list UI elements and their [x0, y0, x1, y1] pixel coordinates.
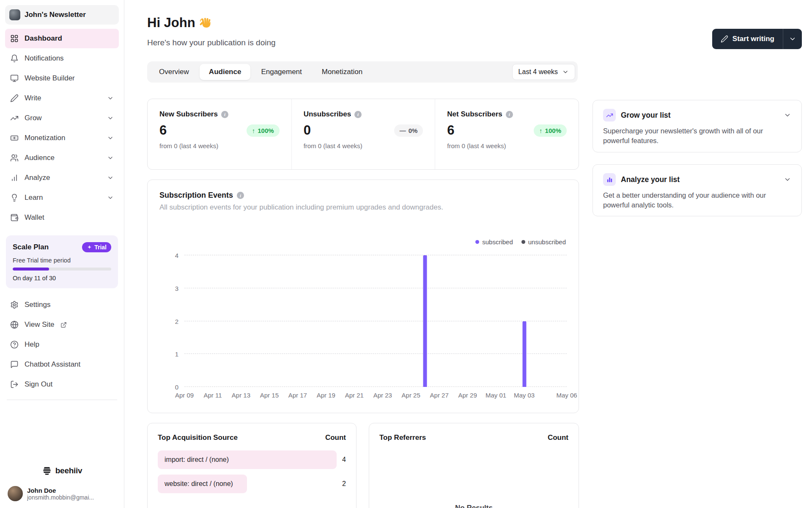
plan-caption: Free Trial time period [13, 257, 111, 264]
bar-chart-icon [603, 173, 616, 186]
gridline-y-3 [184, 288, 567, 288]
info-icon[interactable]: i [506, 111, 513, 118]
user-menu[interactable]: John Doe jonsmith.mobbin@gmai... [5, 483, 119, 501]
sidebar-spacer [5, 405, 119, 466]
tab-overview[interactable]: Overview [150, 64, 198, 80]
legend-dot [521, 240, 525, 244]
promo-header[interactable]: Analyze your list [603, 173, 791, 186]
top-acquisition-source-card: Top Acquisition Source Count import: dir… [147, 423, 357, 508]
chart-legend: subscribedunsubscribed [475, 238, 566, 246]
y-tick-label: 3 [158, 284, 178, 292]
sidebar-item-learn[interactable]: Learn [5, 188, 119, 207]
wallet-icon [10, 213, 19, 222]
page-subtitle: Here's how your publication is doing [147, 38, 276, 47]
x-tick-label: May 01 [486, 392, 506, 399]
legend-item-unsubscribed[interactable]: unsubscribed [521, 238, 566, 246]
sidebar-item-dashboard[interactable]: Dashboard [5, 29, 119, 48]
x-tick-label: Apr 13 [232, 392, 250, 399]
sidebar-item-label: Analyze [25, 174, 50, 182]
sidebar-item-wallet[interactable]: Wallet [5, 208, 119, 227]
analytics-tabsbar: OverviewAudienceEngagementMonetization L… [147, 61, 578, 83]
sidebar-item-label: Monetization [25, 134, 65, 142]
sidebar-item-settings[interactable]: Settings [5, 295, 119, 315]
chevron-down-icon[interactable] [784, 111, 791, 119]
sidebar-item-help[interactable]: Help [5, 335, 119, 354]
sidebar-item-label: Grow [25, 114, 42, 122]
start-writing-split-button: Start writing [712, 29, 802, 49]
x-tick-label: Apr 17 [288, 392, 307, 399]
stat-label: Net Subscribers [447, 110, 502, 119]
wave-emoji [200, 17, 212, 29]
gridline-y-2 [184, 321, 567, 321]
promo-description: Supercharge your newsletter's growth wit… [603, 126, 789, 146]
stat-label: Unsubscribes [304, 110, 351, 119]
help-icon [10, 340, 19, 349]
sidebar-item-monetization[interactable]: Monetization [5, 128, 119, 148]
start-writing-menu-button[interactable] [783, 29, 802, 49]
stat-unsubscribes: Unsubscribesi0—0%from 0 (last 4 weeks) [291, 99, 435, 169]
promo-title: Grow your list [621, 111, 779, 120]
brand-row: beehiiv [5, 466, 119, 476]
sidebar-item-write[interactable]: Write [5, 88, 119, 108]
lightbulb-icon [10, 193, 19, 202]
trial-progress-fill [13, 268, 49, 271]
gridline-y-4 [184, 255, 567, 255]
sidebar-item-notifications[interactable]: Notifications [5, 49, 119, 68]
tab-audience[interactable]: Audience [200, 64, 251, 80]
sidebar-item-sign-out[interactable]: Sign Out [5, 375, 119, 394]
plan-status: On day 11 of 30 [13, 275, 111, 282]
info-icon[interactable]: i [354, 111, 362, 118]
promo-title: Analyze your list [621, 175, 779, 184]
x-tick-label: Apr 25 [402, 392, 420, 399]
user-avatar [8, 486, 23, 501]
gridline-y-0 [184, 387, 567, 387]
globe-icon [10, 320, 19, 329]
sidebar-item-audience[interactable]: Audience [5, 148, 119, 168]
promo-description: Get a better understanding of your audie… [603, 190, 789, 210]
info-icon[interactable]: i [237, 192, 244, 199]
legend-label: unsubscribed [528, 238, 566, 246]
gear-icon [10, 301, 19, 309]
bar-subscribed-may-03[interactable] [522, 321, 526, 387]
workspace-switcher[interactable]: John's Newsletter [5, 5, 119, 25]
external-link-icon [60, 322, 67, 328]
bar-subscribed-apr-26[interactable] [423, 255, 427, 387]
chat-icon [10, 360, 19, 369]
sidebar-item-label: Website Builder [25, 74, 75, 83]
chevron-down-icon[interactable] [784, 176, 791, 183]
promo-header[interactable]: Grow your list [603, 109, 791, 121]
date-range-select[interactable]: Last 4 weeks [512, 64, 575, 80]
chevron-down-icon [562, 69, 569, 75]
grow-your-list-card: Grow your list Supercharge your newslett… [593, 100, 802, 152]
x-tick-label: Apr 19 [317, 392, 335, 399]
sidebar-item-view-site[interactable]: View Site [5, 315, 119, 334]
chevron-down-icon [107, 115, 114, 121]
date-range-value: Last 4 weeks [518, 68, 558, 76]
sidebar-item-label: Notifications [25, 54, 64, 63]
sparkles-icon [87, 245, 92, 250]
source-pill: website: direct / (none) [158, 475, 247, 493]
legend-item-subscribed[interactable]: subscribed [475, 238, 513, 246]
trial-badge: Trial [82, 242, 111, 252]
table-row: website: direct / (none)2 [158, 475, 346, 493]
chevron-down-icon [789, 35, 796, 43]
chevron-down-icon [107, 155, 114, 161]
stat-note: from 0 (last 4 weeks) [447, 142, 567, 149]
y-tick-label: 0 [158, 384, 178, 391]
empty-state: No Results [369, 504, 579, 508]
sidebar-item-website-builder[interactable]: Website Builder [5, 69, 119, 88]
stat-net-subscribers: Net Subscribersi6↑100%from 0 (last 4 wee… [435, 99, 579, 169]
chart-x-axis: Apr 09Apr 11Apr 13Apr 15Apr 17Apr 19Apr … [184, 392, 567, 401]
tab-engagement[interactable]: Engagement [252, 64, 311, 80]
sidebar-item-label: Wallet [25, 213, 44, 222]
source-count: 2 [342, 480, 346, 488]
sidebar-item-chatbot-assistant[interactable]: Chatbot Assistant [5, 355, 119, 374]
sidebar-item-grow[interactable]: Grow [5, 108, 119, 128]
tab-monetization[interactable]: Monetization [313, 64, 372, 80]
arrow-up-icon: ↑ [539, 127, 543, 134]
pencil-icon [10, 94, 19, 102]
info-icon[interactable]: i [221, 111, 228, 118]
sidebar-item-analyze[interactable]: Analyze [5, 168, 119, 188]
start-writing-button[interactable]: Start writing [712, 29, 783, 49]
bell-icon [10, 54, 19, 63]
